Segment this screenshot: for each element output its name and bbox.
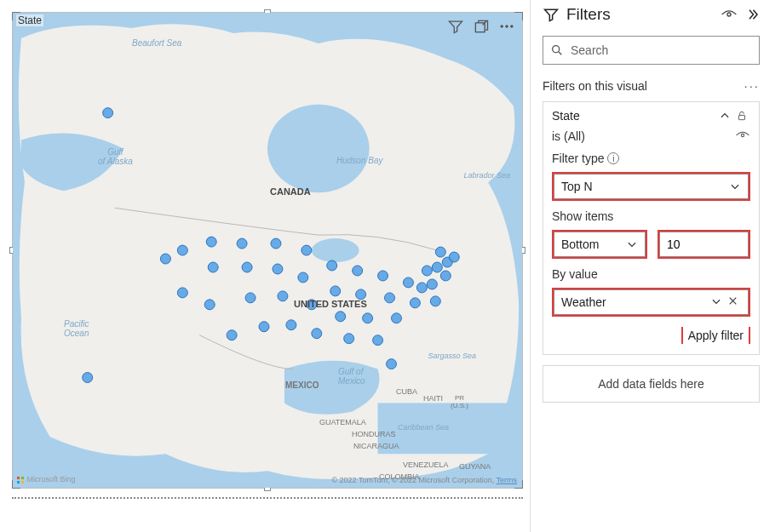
apply-filter-button[interactable]: Apply filter xyxy=(683,325,749,346)
filter-search-input[interactable] xyxy=(569,43,752,58)
svg-rect-54 xyxy=(17,481,20,483)
svg-point-23 xyxy=(278,291,288,301)
by-value-field-name: Weather xyxy=(561,295,708,309)
map-visual[interactable]: State xyxy=(12,12,523,489)
svg-point-27 xyxy=(307,300,317,310)
svg-point-48 xyxy=(440,271,451,281)
filters-pane: Filters Filters on this visual ··· State xyxy=(530,0,770,532)
map-canvas[interactable] xyxy=(13,13,522,488)
show-pane-icon[interactable] xyxy=(721,9,738,20)
svg-point-34 xyxy=(356,289,366,300)
show-items-direction-select[interactable]: Bottom xyxy=(554,232,646,257)
svg-point-50 xyxy=(449,252,459,262)
filters-pane-icon xyxy=(543,6,560,23)
filter-icon[interactable] xyxy=(447,18,464,35)
lock-filter-icon[interactable] xyxy=(733,109,750,123)
by-value-remove-icon[interactable] xyxy=(725,295,741,309)
hide-filter-icon[interactable] xyxy=(735,129,750,143)
more-options-icon[interactable] xyxy=(498,18,515,35)
svg-point-33 xyxy=(353,266,363,276)
svg-point-56 xyxy=(727,13,731,16)
dropzone-label: Add data fields here xyxy=(598,377,704,391)
svg-point-20 xyxy=(259,322,269,332)
chevron-down-icon xyxy=(729,180,741,192)
svg-point-16 xyxy=(227,330,237,340)
filters-section-title: Filters on this visual xyxy=(543,79,647,93)
visual-toolbar xyxy=(447,18,515,35)
map-attribution-left: Microsoft Bing xyxy=(16,475,76,484)
svg-point-10 xyxy=(160,254,170,264)
filters-pane-title: Filters xyxy=(566,5,714,24)
svg-rect-53 xyxy=(21,477,24,479)
svg-point-28 xyxy=(312,329,322,339)
svg-point-41 xyxy=(403,277,413,288)
filter-summary: is (All) xyxy=(552,129,585,143)
svg-rect-52 xyxy=(17,477,20,479)
svg-point-5 xyxy=(267,105,370,193)
show-items-label: Show items xyxy=(552,209,613,223)
svg-point-18 xyxy=(242,262,252,272)
canvas-divider xyxy=(12,497,523,499)
svg-point-15 xyxy=(204,300,215,310)
info-icon[interactable]: i xyxy=(607,152,619,164)
search-icon xyxy=(550,43,564,57)
map-terms-link[interactable]: Terms xyxy=(497,476,518,484)
svg-point-12 xyxy=(177,245,187,255)
svg-point-42 xyxy=(410,298,420,308)
svg-point-40 xyxy=(387,359,397,369)
focus-mode-icon[interactable] xyxy=(473,18,490,35)
svg-point-39 xyxy=(392,313,402,323)
filters-section-more-icon[interactable]: ··· xyxy=(744,78,760,93)
show-items-direction-value: Bottom xyxy=(561,237,626,251)
filter-card-state: State is (All) Filter type i xyxy=(543,101,760,355)
svg-point-22 xyxy=(273,264,283,274)
svg-point-26 xyxy=(298,272,308,283)
svg-point-6 xyxy=(312,238,359,262)
filter-field-name: State xyxy=(552,109,580,123)
map-attribution-right: © 2022 TomTom, © 2022 Microsoft Corporat… xyxy=(331,476,517,484)
svg-point-24 xyxy=(286,320,296,330)
svg-point-17 xyxy=(237,238,247,249)
svg-point-1 xyxy=(501,26,503,28)
by-value-chevron-icon[interactable] xyxy=(708,295,725,310)
svg-point-3 xyxy=(511,26,514,28)
svg-point-36 xyxy=(373,335,383,346)
filter-search-box[interactable] xyxy=(543,36,760,65)
svg-point-31 xyxy=(336,312,346,322)
svg-point-35 xyxy=(363,313,373,323)
filter-type-label: Filter type xyxy=(552,152,604,165)
by-value-field-well[interactable]: Weather xyxy=(554,289,749,315)
svg-point-51 xyxy=(430,296,440,306)
svg-point-38 xyxy=(385,293,395,303)
svg-point-8 xyxy=(103,108,113,118)
filter-type-value: Top N xyxy=(561,180,729,193)
svg-point-14 xyxy=(208,262,218,272)
svg-point-47 xyxy=(435,247,445,257)
svg-point-37 xyxy=(378,271,388,281)
svg-point-25 xyxy=(301,245,312,255)
show-items-count-input[interactable] xyxy=(659,232,749,257)
svg-point-32 xyxy=(344,334,354,344)
report-canvas: State xyxy=(0,0,530,532)
chevron-down-icon xyxy=(626,238,638,250)
svg-point-13 xyxy=(206,237,216,247)
collapse-pane-icon[interactable] xyxy=(744,7,760,22)
svg-point-2 xyxy=(506,26,508,28)
filter-type-select[interactable]: Top N xyxy=(554,174,749,199)
svg-point-43 xyxy=(416,283,427,293)
svg-point-19 xyxy=(245,293,256,303)
by-value-label: By value xyxy=(552,267,598,281)
visual-title: State xyxy=(16,14,43,26)
svg-point-21 xyxy=(271,238,281,249)
svg-rect-55 xyxy=(21,481,24,483)
add-data-fields-dropzone[interactable]: Add data fields here xyxy=(543,365,760,403)
svg-point-45 xyxy=(427,279,437,289)
svg-point-29 xyxy=(327,260,337,271)
svg-point-11 xyxy=(177,288,187,298)
collapse-filter-icon[interactable] xyxy=(716,110,733,122)
svg-rect-7 xyxy=(378,403,514,454)
svg-point-30 xyxy=(330,286,341,296)
svg-point-59 xyxy=(741,134,744,136)
svg-point-46 xyxy=(432,262,442,272)
svg-point-44 xyxy=(422,266,432,276)
